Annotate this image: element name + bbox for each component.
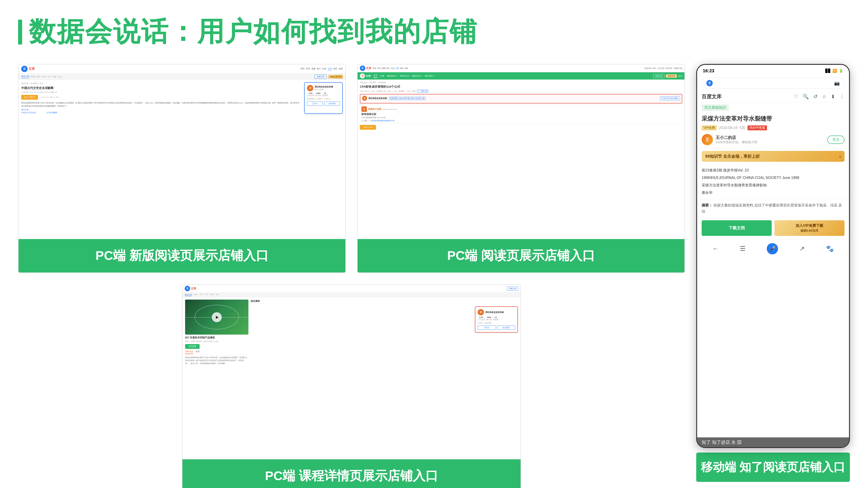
wenku-header: 百度文库 ♡ 🔍 ↺ ☆ ⬇ ⋮ <box>697 91 849 103</box>
card3-label: PC端 课程详情页展示店铺入口 <box>182 459 521 488</box>
card3-preview: 百 文库 搜索文档 精品文档 DOCPPTTXTPDFXLS <box>182 285 521 459</box>
search-icon-mobile[interactable]: 🔍 <box>803 94 809 100</box>
mobile-phone: 16:23 ▊▊ 🛜 🔋 百 📷 百 <box>696 64 850 448</box>
follow-btn-1[interactable]: 已关注 <box>307 101 323 106</box>
download-icon[interactable]: ⬇ <box>831 94 835 100</box>
vip-btn-text: 加入VIP免费下载 <box>778 223 841 228</box>
doc-info-line3: 采煤方法变革对导水裂缝带发育规律影响 <box>702 182 844 189</box>
main-content: 百 文库 网页资讯视频图片知道 文库 贴吧地图 <box>18 64 850 488</box>
menu-icon[interactable]: ☰ <box>740 245 745 252</box>
shop-lk-course: u3 <box>493 316 498 318</box>
abstract-label: 摘要： <box>702 203 712 207</box>
course-tab-info[interactable]: 课程信息 <box>185 350 193 354</box>
doc-info-block: 第23卷第3期 煤炭学报Vol. 23 1998年6月JOURNAL OF CH… <box>697 164 849 199</box>
paw-icon[interactable]: 🐾 <box>826 245 834 252</box>
wifi-icon: 🛜 <box>833 69 837 73</box>
course-tab-catalog[interactable]: 目录 <box>195 350 199 354</box>
mobile-search-bar[interactable]: 百 📷 <box>702 77 844 89</box>
page-title-area: 数据会说话：用户如何找到我的店铺 <box>18 13 850 51</box>
screenshots-area: 百 文库 网页资讯视频图片知道 文库 贴吧地图 <box>18 64 685 488</box>
wenku-logo-mobile: 百度文库 <box>702 93 721 100</box>
shop-desc-1: 最大文章库 <box>315 88 333 91</box>
refresh-icon[interactable]: ↺ <box>813 94 817 100</box>
shop-docs-label: 上传文档 <box>307 94 314 97</box>
shop-name-course: 西红柿皮皮皮的店铺 <box>485 311 504 314</box>
shop-docs: 2.4w <box>307 92 314 94</box>
shop-docs-course: 2.4w <box>477 316 485 318</box>
heart-icon[interactable]: ♡ <box>794 94 798 100</box>
doc1-meta: 上传时间: 2018-01-21 | 格式: DOC | 页数: 46 <box>21 91 302 94</box>
download-btn-1[interactable]: ¥25 下载VIP <box>21 95 38 100</box>
mic-btn[interactable]: 🎤 <box>767 243 778 254</box>
promo-text: 99知识节 去主会场，享折上折 <box>705 154 760 159</box>
camera-icon[interactable]: 📷 <box>834 80 840 86</box>
vip-download-btn[interactable]: 加入VIP免费下载 低至0.30元/天 <box>774 220 844 236</box>
card3: 百 文库 搜索文档 精品文档 DOCPPTTXTPDFXLS <box>182 284 521 488</box>
bottom-marquee: 知了 知了@店 永 囯 <box>697 437 849 447</box>
shop-card-course: 西 西红柿皮皮皮的店铺 2.4w <box>475 306 518 332</box>
download-btn-2[interactable]: 30加入VIP <box>360 125 376 130</box>
baidu-icon: 百 <box>706 80 713 86</box>
promo-banner[interactable]: 99知识节 去主会场，享折上折 › <box>702 151 844 162</box>
doc2-subtitle: 财务报表分析 <box>362 112 681 116</box>
time-display: 16:23 <box>703 68 714 73</box>
doc-abstract: 摘要： 依据大量的现场实测资料,总结了中硬覆岩厚层长壁冒落开采条件下炮采、综采 … <box>697 200 849 217</box>
promo-arrow-icon: › <box>839 154 841 159</box>
doc-info-line2: 1998年6月JOURNAL OF CHINA COAL SOCIETY Jun… <box>702 175 844 181</box>
shop-downloads-label: 被下载 <box>315 94 321 97</box>
status-bar: 16:23 ▊▊ 🛜 🔋 <box>697 65 849 75</box>
mobile-container: 16:23 ▊▊ 🛜 🔋 百 📷 百 <box>696 64 850 488</box>
vip-btn-sub: 低至0.30元/天 <box>778 229 841 233</box>
search-doc-btn-2[interactable]: 搜索文档 <box>653 74 664 78</box>
card2-preview: 百 文库 网页资讯视频图片知道 文库贴吧地图 文献支持登录上传文档百度文库下载客… <box>358 64 684 239</box>
store-btn-1[interactable]: 进店逛逛 <box>324 101 340 106</box>
doc-date: 2018-09-24 <box>719 126 738 130</box>
shop-likes: u3 <box>322 92 328 94</box>
shop-likes-label: 获得赞 <box>322 94 328 97</box>
doc-pages: 5页 <box>740 126 745 130</box>
doc-title-mobile: 采煤方法变革对导水裂缝带 <box>697 113 849 125</box>
card1: 百 文库 网页资讯视频图片知道 文库 贴吧地图 <box>18 64 346 273</box>
card4-label: 移动端 知了阅读页店铺入口 <box>696 453 850 482</box>
upload-doc-btn[interactable]: 超级文档 <box>666 74 677 78</box>
more-icon[interactable]: ⋮ <box>839 94 844 100</box>
search-doc-btn-3[interactable]: 搜索文档 <box>507 287 518 291</box>
vip-badge: VIP免费 <box>702 125 717 130</box>
signal-icon: ▊▊ <box>825 69 831 73</box>
course-title: BIT-百度技术学院产品课程 <box>185 336 248 339</box>
author-row: 王 王小二的店 2020年新的开始，继续努力吧 关注 <box>697 131 849 148</box>
watch-btn[interactable]: 立即观看 <box>185 344 199 349</box>
card1-preview: 百 文库 网页资讯视频图片知道 文库 贴吧地图 <box>19 64 345 239</box>
doc-meta-mobile: VIP免费 2018-09-24 5页 用APP查看 <box>697 125 849 131</box>
card2-label: PC端 阅读页展示店铺入口 <box>358 239 684 272</box>
back-icon[interactable]: ← <box>712 245 719 252</box>
author-sub: 2020年新的开始，继续努力吧 <box>716 140 825 144</box>
mobile-bottom-bar: ← ☰ 🎤 ↗ 🐾 <box>697 239 849 258</box>
author-info: 王小二的店 2020年新的开始，继续努力吧 <box>716 135 825 144</box>
shop-downloads: 3284 <box>315 92 321 94</box>
knowledge-tag[interactable]: 语文基础知识 <box>702 104 729 111</box>
bottom-row: 百 文库 搜索文档 精品文档 DOCPPTTXTPDFXLS <box>18 284 685 488</box>
apply-btn[interactable]: 申请开通 用知识赚钱 <box>660 96 680 100</box>
follow-btn-mobile[interactable]: 关注 <box>827 135 844 144</box>
action-btns: 下载文档 加入VIP免费下载 低至0.30元/天 <box>697 217 849 239</box>
shop-dl-course: 3284 <box>486 316 492 318</box>
doc2-title: CPA财务成本管理的110个公式 <box>360 85 682 89</box>
shop-name-1: 西红柿皮皮皮的店铺 <box>315 86 333 88</box>
vip-btn[interactable]: 畅读文库VIP <box>328 75 343 78</box>
doc-info-line4: 康永华 <box>702 190 844 196</box>
page-title: 数据会说话：用户如何找到我的店铺 <box>29 13 477 51</box>
author-name: 王小二的店 <box>716 135 825 140</box>
shop-name-2: 西红柿皮皮皮的店铺 <box>368 97 387 100</box>
title-bar-decoration <box>18 20 22 44</box>
search-doc-btn[interactable]: 搜索文档 <box>314 74 327 79</box>
app-view-badge[interactable]: 用APP查看 <box>747 125 767 130</box>
doc1-title: 中国古代文学史名词解释 <box>21 86 302 90</box>
download-btn-mobile[interactable]: 下载文档 <box>702 220 772 236</box>
card1-label: PC端 新版阅读页展示店铺入口 <box>19 239 345 272</box>
share-icon[interactable]: ↗ <box>800 245 805 252</box>
follow-btn-course[interactable]: 已关注 <box>477 326 496 330</box>
star-icon[interactable]: ☆ <box>822 94 827 100</box>
store-btn-course[interactable]: 进店逛逛 <box>497 326 515 330</box>
card2: 百 文库 网页资讯视频图片知道 文库贴吧地图 文献支持登录上传文档百度文库下载客… <box>357 64 685 273</box>
